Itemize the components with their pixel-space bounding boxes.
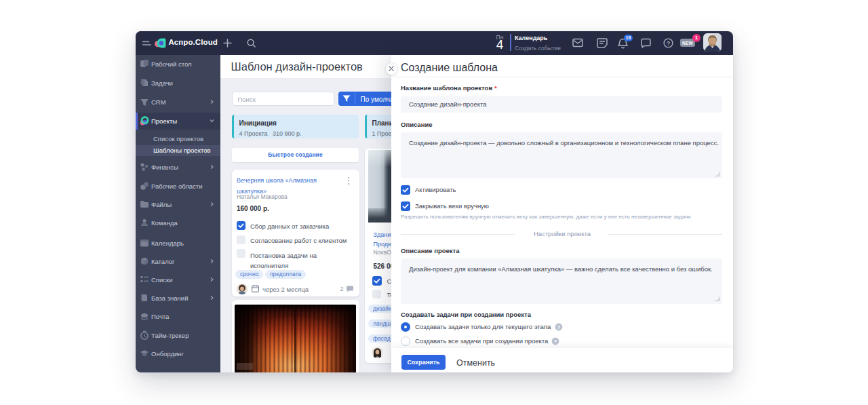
svg-text:?: ? [554, 339, 557, 345]
svg-text:?: ? [667, 40, 670, 47]
svg-text:?: ? [557, 324, 561, 330]
